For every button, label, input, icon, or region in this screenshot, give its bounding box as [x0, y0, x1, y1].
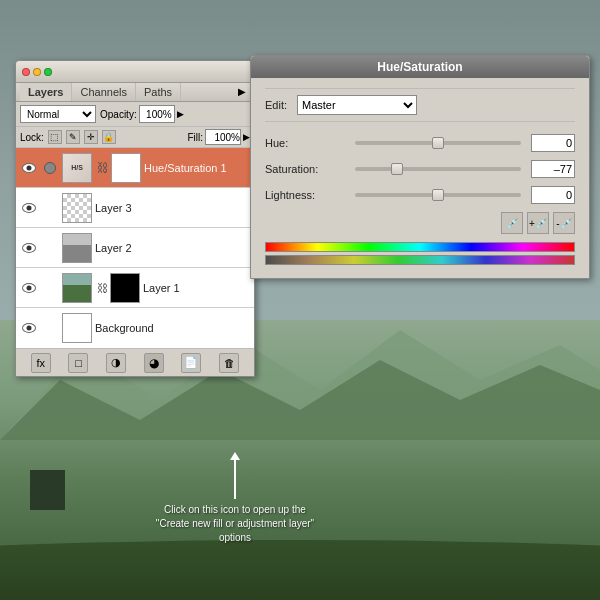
- hue-slider-thumb[interactable]: [432, 137, 444, 149]
- new-layer-button[interactable]: 📄: [181, 353, 201, 373]
- eyedropper-add-button[interactable]: +💉: [527, 212, 549, 234]
- lock-transparent-icon[interactable]: ⬚: [48, 130, 62, 144]
- fill-control: Fill: ▶: [187, 129, 250, 145]
- dialog-body: Edit: Master Hue: Saturation: Lightness:: [251, 78, 589, 278]
- hue-slider-track[interactable]: [355, 141, 521, 145]
- hue-label: Hue:: [265, 137, 345, 149]
- lock-label: Lock:: [20, 132, 44, 143]
- layer-row[interactable]: Background: [16, 308, 254, 348]
- layer-name: Layer 1: [143, 282, 250, 294]
- hue-value-input[interactable]: [531, 134, 575, 152]
- hue-saturation-dialog: Hue/Saturation Edit: Master Hue: Saturat…: [250, 55, 590, 279]
- lightness-value-input[interactable]: [531, 186, 575, 204]
- layer-thumbnail: H/S: [62, 153, 92, 183]
- layer-mask-thumbnail: [110, 273, 140, 303]
- layer-styles-button[interactable]: fx: [31, 353, 51, 373]
- edit-select[interactable]: Master: [297, 95, 417, 115]
- saturation-slider-thumb[interactable]: [391, 163, 403, 175]
- saturation-label: Saturation:: [265, 163, 345, 175]
- layer-thumbnail: [62, 273, 92, 303]
- opacity-label: Opacity:: [100, 109, 137, 120]
- eye-icon: [22, 243, 36, 253]
- layer-chain-icon: ⛓: [97, 282, 108, 294]
- layer-row[interactable]: H/S ⛓ Hue/Saturation 1: [16, 148, 254, 188]
- tab-channels[interactable]: Channels: [72, 83, 135, 101]
- adjustment-layer-button[interactable]: ◕: [144, 353, 164, 373]
- eyedropper-button[interactable]: 💉: [501, 212, 523, 234]
- layer-thumbnail: [62, 313, 92, 343]
- eye-icon: [22, 323, 36, 333]
- annotation-text: Click on this icon to open up the "Creat…: [155, 503, 315, 545]
- fill-input[interactable]: [205, 129, 241, 145]
- eye-icon: [22, 203, 36, 213]
- layer-name: Layer 3: [95, 202, 250, 214]
- edit-row: Edit: Master: [265, 88, 575, 122]
- layer-visibility-toggle[interactable]: [20, 239, 38, 257]
- layers-list: H/S ⛓ Hue/Saturation 1 Layer 3 Layer 2: [16, 148, 254, 348]
- layer-type-icon: [41, 239, 59, 257]
- hue-row: Hue:: [265, 134, 575, 152]
- hue-spectrum-bar: [265, 242, 575, 252]
- layer-thumbnail: [62, 233, 92, 263]
- panel-menu-arrow[interactable]: ▶: [234, 83, 250, 101]
- lightness-slider-track[interactable]: [355, 193, 521, 197]
- adjustment-layer-icon: [44, 162, 56, 174]
- window-controls: [22, 68, 52, 76]
- dialog-titlebar: Hue/Saturation: [251, 56, 589, 78]
- layer-mask-thumbnail: [111, 153, 141, 183]
- saturation-value-input[interactable]: [531, 160, 575, 178]
- layer-row[interactable]: ⛓ Layer 1: [16, 268, 254, 308]
- eyedroppers-row: 💉 +💉 -💉: [265, 212, 575, 234]
- eye-icon: [22, 283, 36, 293]
- layer-name: Background: [95, 322, 250, 334]
- lightness-label: Lightness:: [265, 189, 345, 201]
- add-mask-button[interactable]: ◑: [106, 353, 126, 373]
- fill-arrow[interactable]: ▶: [243, 132, 250, 142]
- annotation-area: Click on this icon to open up the "Creat…: [155, 459, 315, 545]
- layer-type-icon: [41, 159, 59, 177]
- dialog-title: Hue/Saturation: [377, 60, 462, 74]
- layer-chain-icon: ⛓: [97, 161, 109, 175]
- eyedropper-subtract-button[interactable]: -💉: [553, 212, 575, 234]
- annotation-arrow-line: [234, 459, 236, 499]
- opacity-input[interactable]: [139, 105, 175, 123]
- layer-visibility-toggle[interactable]: [20, 319, 38, 337]
- lock-image-icon[interactable]: ✎: [66, 130, 80, 144]
- opacity-control: Opacity: ▶: [100, 105, 184, 123]
- panel-tabs: Layers Channels Paths ▶: [16, 83, 254, 102]
- lock-fill-controls: Lock: ⬚ ✎ ✛ 🔒 Fill: ▶: [16, 127, 254, 148]
- lightness-slider-thumb[interactable]: [432, 189, 444, 201]
- blend-mode-select[interactable]: Normal: [20, 105, 96, 123]
- fill-label: Fill:: [187, 132, 203, 143]
- lock-all-icon[interactable]: 🔒: [102, 130, 116, 144]
- lightness-row: Lightness:: [265, 186, 575, 204]
- layer-visibility-toggle[interactable]: [20, 159, 38, 177]
- tab-paths[interactable]: Paths: [136, 83, 181, 101]
- lock-position-icon[interactable]: ✛: [84, 130, 98, 144]
- layer-type-icon: [41, 319, 59, 337]
- eye-icon: [22, 163, 36, 173]
- tab-layers[interactable]: Layers: [20, 83, 72, 101]
- panel-titlebar: [16, 61, 254, 83]
- delete-layer-button[interactable]: 🗑: [219, 353, 239, 373]
- annotation-arrowhead: [230, 452, 240, 460]
- saturation-slider-track[interactable]: [355, 167, 521, 171]
- layer-visibility-toggle[interactable]: [20, 279, 38, 297]
- opacity-arrow[interactable]: ▶: [177, 109, 184, 119]
- blend-opacity-controls: Normal Opacity: ▶: [16, 102, 254, 127]
- saturation-row: Saturation:: [265, 160, 575, 178]
- result-spectrum-bar: [265, 255, 575, 265]
- layer-row[interactable]: Layer 3: [16, 188, 254, 228]
- close-button[interactable]: [22, 68, 30, 76]
- maximize-button[interactable]: [44, 68, 52, 76]
- layer-name: Layer 2: [95, 242, 250, 254]
- barn-silhouette: [30, 470, 65, 510]
- new-group-button[interactable]: □: [68, 353, 88, 373]
- layer-type-icon: [41, 279, 59, 297]
- layers-panel: Layers Channels Paths ▶ Normal Opacity: …: [15, 60, 255, 377]
- layer-visibility-toggle[interactable]: [20, 199, 38, 217]
- panel-footer: fx □ ◑ ◕ 📄 🗑: [16, 348, 254, 376]
- layer-row[interactable]: Layer 2: [16, 228, 254, 268]
- minimize-button[interactable]: [33, 68, 41, 76]
- edit-label: Edit:: [265, 99, 287, 111]
